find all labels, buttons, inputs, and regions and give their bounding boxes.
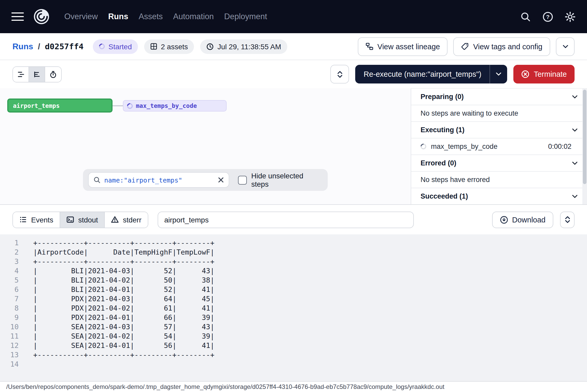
chevron-down-icon (572, 194, 578, 198)
line-number: 14 (0, 359, 19, 369)
spinner-icon (420, 143, 428, 151)
chevron-down-icon (562, 44, 568, 48)
log-line: 8| PDX|2021-04-02| 61| 41| (0, 303, 587, 313)
nav-item-deployment[interactable]: Deployment (224, 12, 267, 21)
line-text: | SEA|2021-04-02| 54| 39| (33, 331, 214, 341)
breadcrumb-runs-link[interactable]: Runs (12, 42, 33, 51)
reexecute-button[interactable]: Re-execute (name:"airport_temps") (355, 65, 490, 83)
run-more-actions-button[interactable] (556, 37, 575, 56)
preparing-empty-row: No steps are waiting to execute (411, 105, 587, 122)
empty-state-text: No steps have errored (421, 176, 490, 184)
executing-step-row[interactable]: max_temps_by_code 0:00:02 (411, 138, 587, 155)
line-text: | BLI|2021-04-03| 52| 43| (33, 266, 214, 275)
gantt-waterfall-view-button[interactable] (29, 67, 45, 82)
tab-events[interactable]: Events (13, 212, 60, 227)
help-icon[interactable]: ? (542, 11, 553, 22)
spinner-icon (126, 102, 134, 110)
run-header: Runs / d0257ff4 Started 2 assets Jul 29,… (0, 33, 587, 60)
logs-panel: Events stdout stderr Download (0, 204, 587, 392)
warning-icon (111, 216, 119, 223)
chevron-down-icon (496, 72, 502, 76)
view-asset-lineage-label: View asset lineage (378, 42, 440, 51)
list-icon (19, 216, 27, 223)
line-number: 3 (0, 257, 19, 266)
section-errored-header[interactable]: Errored (0) (411, 155, 587, 172)
stdout-log-view[interactable]: 1+-----------+----------+---------+-----… (0, 234, 587, 381)
scrollbar-thumb[interactable] (583, 90, 586, 184)
search-icon[interactable] (520, 11, 531, 22)
step-node-max-temps-by-code[interactable]: max_temps_by_code (123, 100, 227, 111)
assets-count-badge[interactable]: 2 assets (144, 39, 194, 54)
log-line: 9| PDX|2021-04-01| 66| 39| (0, 313, 587, 322)
gantt-timing-view-button[interactable] (45, 67, 61, 82)
nav-item-runs[interactable]: Runs (108, 12, 128, 21)
run-timestamp-label: Jul 29, 11:38:55 AM (218, 42, 281, 51)
topnav-actions: ? (520, 11, 576, 22)
log-line: 3+-----------+----------+---------+-----… (0, 257, 587, 266)
expand-logs-button[interactable] (560, 211, 575, 228)
log-type-tabs: Events stdout stderr (12, 211, 148, 228)
log-line: 1+-----------+----------+---------+-----… (0, 238, 587, 247)
log-step-filter-input[interactable] (158, 211, 414, 228)
log-line: 4| BLI|2021-04-03| 52| 43| (0, 266, 587, 275)
hide-unselected-checkbox[interactable] (238, 176, 247, 184)
top-nav: Overview Runs Assets Automation Deployme… (0, 0, 587, 33)
run-step-graph[interactable]: airport_temps max_temps_by_code Hide uns… (0, 88, 411, 204)
clock-icon (207, 43, 214, 50)
search-icon (93, 176, 101, 184)
line-number: 12 (0, 341, 19, 350)
nav-item-automation[interactable]: Automation (173, 12, 214, 21)
view-tags-config-label: View tags and config (473, 42, 542, 51)
gantt-flat-view-button[interactable] (13, 67, 29, 82)
log-line: 2|AirportCode| Date|TempHighF|TempLowF| (0, 247, 587, 257)
terminate-label: Terminate (534, 70, 567, 78)
line-number: 6 (0, 285, 19, 294)
download-icon (500, 215, 508, 224)
line-text: +-----------+----------+---------+------… (33, 257, 214, 266)
view-tags-config-button[interactable]: View tags and config (453, 37, 550, 56)
tab-events-label: Events (31, 215, 53, 224)
run-header-actions: View asset lineage View tags and config (358, 37, 575, 56)
step-filter-input[interactable] (104, 176, 214, 184)
nav-item-overview[interactable]: Overview (64, 12, 98, 21)
section-executing-header[interactable]: Executing (1) (411, 122, 587, 138)
nav-item-assets[interactable]: Assets (139, 12, 163, 21)
log-line: 12| SEA|2021-04-01| 56| 41| (0, 341, 587, 350)
terminate-button[interactable]: Terminate (514, 65, 575, 83)
download-button[interactable]: Download (492, 211, 553, 228)
tab-stderr[interactable]: stderr (105, 212, 148, 227)
step-node-airport-temps[interactable]: airport_temps (7, 99, 113, 113)
executing-elapsed-time: 0:00:02 (548, 143, 571, 150)
run-steps-panel: Preparing (0) No steps are waiting to ex… (411, 88, 587, 204)
dagster-logo[interactable] (32, 7, 51, 26)
run-id: d0257ff4 (45, 42, 83, 51)
reexecute-options-button[interactable] (490, 65, 507, 83)
reexecute-split-button: Re-execute (name:"airport_temps") (355, 65, 507, 83)
stopwatch-icon (49, 70, 57, 78)
section-preparing-header[interactable]: Preparing (0) (411, 89, 587, 105)
step-filter-bar: Hide unselected steps (83, 169, 328, 191)
run-main-area: airport_temps max_temps_by_code Hide uns… (0, 88, 587, 204)
zoom-fit-button[interactable] (330, 65, 349, 83)
dagster-logo-icon (33, 8, 50, 25)
log-line: 11| SEA|2021-04-02| 54| 39| (0, 331, 587, 341)
tab-stdout[interactable]: stdout (60, 212, 105, 227)
clear-filter-icon[interactable] (218, 177, 224, 183)
svg-text:?: ? (546, 13, 549, 20)
empty-state-text: No steps are waiting to execute (421, 109, 518, 117)
section-succeeded-header[interactable]: Succeeded (1) (411, 188, 587, 204)
view-asset-lineage-button[interactable]: View asset lineage (358, 37, 448, 56)
chevron-down-icon (572, 95, 578, 99)
errored-empty-row: No steps have errored (411, 172, 587, 188)
hamburger-menu-icon[interactable] (11, 10, 24, 23)
log-line: 10| SEA|2021-04-03| 57| 43| (0, 322, 587, 331)
log-line: 13+-----------+----------+---------+----… (0, 350, 587, 359)
run-status-badge: Started (93, 39, 138, 54)
section-title: Executing (1) (421, 126, 465, 134)
section-title: Succeeded (1) (421, 192, 468, 200)
waterfall-view-icon (33, 70, 41, 78)
tab-stdout-label: stdout (78, 215, 98, 224)
breadcrumb-separator: / (38, 42, 40, 51)
gear-icon[interactable] (565, 11, 576, 22)
line-number: 4 (0, 266, 19, 275)
